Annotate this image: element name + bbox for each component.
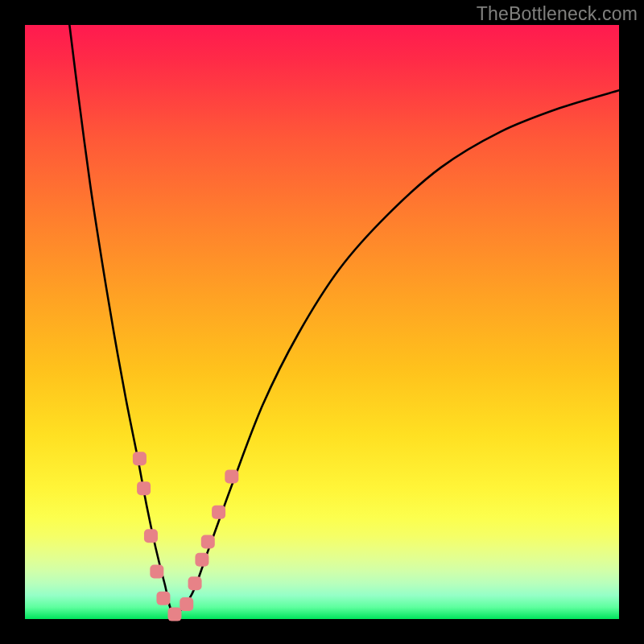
watermark-text: TheBottleneck.com [477, 3, 638, 25]
data-point-marker [137, 481, 151, 495]
data-point-marker [188, 576, 202, 590]
data-point-marker [150, 564, 163, 578]
data-point-marker [133, 452, 147, 465]
bottleneck-curve-path [69, 25, 619, 613]
data-point-marker [212, 506, 225, 519]
data-point-marker [195, 553, 208, 567]
data-point-marker [144, 529, 158, 543]
data-point-marker [225, 469, 238, 483]
bottleneck-curve [69, 25, 619, 613]
data-point-marker [156, 592, 170, 605]
marker-group [133, 452, 238, 621]
data-point-marker [201, 535, 215, 549]
chart-frame: TheBottleneck.com [0, 0, 644, 644]
plot-area [25, 25, 619, 619]
data-point-marker [180, 597, 193, 611]
data-point-marker [167, 608, 181, 621]
chart-svg [25, 25, 619, 619]
